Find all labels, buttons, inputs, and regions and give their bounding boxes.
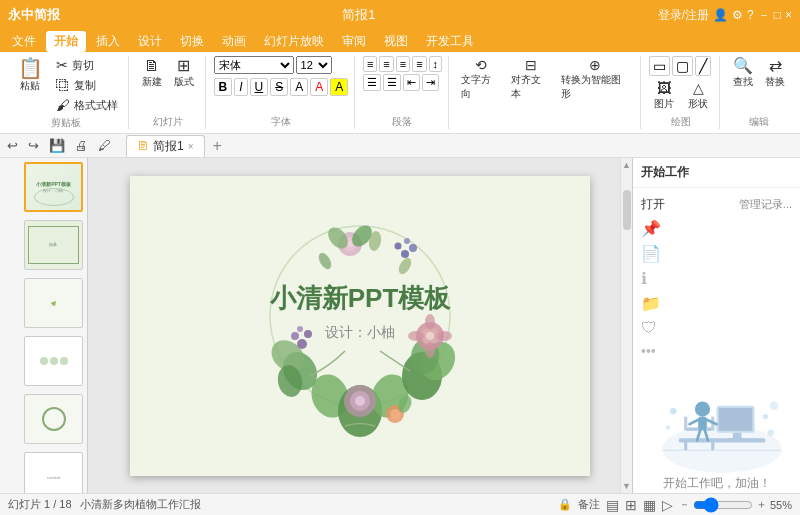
justify-btn[interactable]: ≡ [412,56,426,72]
slide-thumb-5[interactable] [24,394,83,444]
tab-close-button[interactable]: × [188,141,194,152]
underline-button[interactable]: U [250,78,269,96]
work-illustration [657,367,777,467]
slide-thumb-3[interactable]: 🌿 [24,278,83,328]
app-name: 永中简报 [8,6,60,24]
manage-link[interactable]: 管理记录... [739,197,792,212]
menu-transition[interactable]: 切换 [172,31,212,52]
minimize-btn[interactable]: － [758,7,770,24]
ribbon-group-paragraph: ≡ ≡ ≡ ≡ ↕ ☰ ☰ ⇤ ⇥ 段落 [357,56,449,129]
slideshow-btn[interactable]: ▷ [662,497,673,513]
indent-more-btn[interactable]: ⇥ [422,74,439,91]
copy-button[interactable]: ⿻ 复制 [52,76,122,94]
font-color-button[interactable]: A [310,78,328,96]
main-area: 1 小清新PPT模板 设计：小柚 2 目录 3 🌿 [0,158,800,493]
zoom-out-btn[interactable]: － [679,497,690,512]
ribbon-group-draw: ▭ ▢ ╱ 🖼 图片 △ 形状 绘图 [643,56,720,129]
menu-view[interactable]: 视图 [376,31,416,52]
slide-sorter-btn[interactable]: ⊞ [625,497,637,513]
menu-devtools[interactable]: 开发工具 [418,31,482,52]
canvas-scrollbar[interactable]: ▲ ▼ [620,158,632,493]
shape-button[interactable]: △ 形状 [683,78,713,113]
tab-title: 简报1 [153,138,184,155]
notes-label[interactable]: 备注 [578,497,600,512]
slide-thumb-2[interactable]: 目录 [24,220,83,270]
new-slide-button[interactable]: 🗎 新建 [137,56,167,91]
shadow-button[interactable]: A [290,78,308,96]
menu-start[interactable]: 开始 [46,31,86,52]
close-btn[interactable]: × [785,8,792,22]
undo-button[interactable]: ↩ [4,137,21,154]
menu-insert[interactable]: 插入 [88,31,128,52]
svg-point-6 [355,396,365,406]
new-tab-button[interactable]: + [207,135,228,157]
slide-thumb-4[interactable] [24,336,83,386]
slide-panel: 1 小清新PPT模板 设计：小柚 2 目录 3 🌿 [0,158,88,493]
menu-animation[interactable]: 动画 [214,31,254,52]
help-icon[interactable]: ? [747,8,754,22]
paste-button[interactable]: 📋 粘贴 [10,56,50,95]
layout-icon: ⊞ [177,58,190,74]
bold-button[interactable]: B [214,78,233,96]
align-center-btn[interactable]: ≡ [379,56,393,72]
slide-thumb-6[interactable]: content [24,452,83,493]
indent-less-btn[interactable]: ⇤ [403,74,420,91]
svg-point-33 [316,250,334,271]
zoom-in-btn[interactable]: ＋ [756,497,767,512]
align-text-button[interactable]: ⊟ 对齐文本 [507,56,555,103]
convert-smartart-button[interactable]: ⊕ 转换为智能图形 [557,56,635,103]
replace-button[interactable]: ⇄ 替换 [760,56,790,91]
shape-rect[interactable]: ▭ [649,56,670,76]
svg-rect-43 [732,433,741,438]
slide-canvas[interactable]: 小清新PPT模板 设计：小柚 [130,176,590,476]
cut-button[interactable]: ✂ 剪切 [52,56,122,74]
numbering-btn[interactable]: ☰ [383,74,401,91]
scroll-up-arrow[interactable]: ▲ [622,160,631,170]
slide-thumb-1[interactable]: 小清新PPT模板 设计：小柚 [24,162,83,212]
quick-access-toolbar: ↩ ↪ 💾 🖨 🖊 🖹 简报1 × + [0,134,800,158]
reading-view-btn[interactable]: ▦ [643,497,656,513]
save-button[interactable]: 💾 [46,137,68,154]
doc-tab[interactable]: 🖹 简报1 × [126,135,205,157]
normal-view-btn[interactable]: ▤ [606,497,619,513]
panel-icon-3: ℹ [641,269,792,288]
layout-button[interactable]: ⊞ 版式 [169,56,199,91]
menu-file[interactable]: 文件 [4,31,44,52]
svg-rect-42 [718,408,752,431]
login-button[interactable]: 登录/注册 [658,7,709,24]
svg-rect-44 [727,438,747,440]
font-size-select[interactable]: 12 [296,56,332,74]
paint-btn[interactable]: 🖊 [95,137,114,154]
italic-button[interactable]: I [234,78,247,96]
settings-icon[interactable]: ⚙ [732,8,743,22]
shape-round-rect[interactable]: ▢ [672,56,693,76]
svg-point-57 [665,425,669,429]
menu-design[interactable]: 设计 [130,31,170,52]
svg-point-30 [390,409,400,419]
menu-slideshow[interactable]: 幻灯片放映 [256,31,332,52]
draw-buttons: ▭ ▢ ╱ 🖼 图片 △ 形状 [649,56,713,113]
picture-button[interactable]: 🖼 图片 [649,78,679,113]
menu-review[interactable]: 审阅 [334,31,374,52]
zoom-slider[interactable] [693,499,753,511]
format-button[interactable]: 🖌 格式式样 [52,96,122,114]
text-direction-icon: ⟲ [475,58,487,72]
shape-line[interactable]: ╱ [695,56,711,76]
line-spacing-btn[interactable]: ↕ [429,56,443,72]
svg-point-34 [396,255,414,276]
align-left-btn[interactable]: ≡ [363,56,377,72]
ribbon-group-edit: 🔍 查找 ⇄ 替换 编辑 [722,56,796,129]
redo-button[interactable]: ↪ [25,137,42,154]
slide-info: 幻灯片 1 / 18 [8,497,72,512]
quick-print-button[interactable]: 🖨 [72,137,91,154]
find-button[interactable]: 🔍 查找 [728,56,758,91]
bullet-btn[interactable]: ☰ [363,74,381,91]
align-right-btn[interactable]: ≡ [396,56,410,72]
scroll-thumb[interactable] [623,190,631,230]
text-direction-button[interactable]: ⟲ 文字方向 [457,56,505,103]
font-family-select[interactable]: 宋体 [214,56,294,74]
highlight-button[interactable]: A [330,78,348,96]
scroll-down-arrow[interactable]: ▼ [622,481,631,491]
strikethrough-button[interactable]: S [270,78,288,96]
maximize-btn[interactable]: □ [774,8,781,22]
